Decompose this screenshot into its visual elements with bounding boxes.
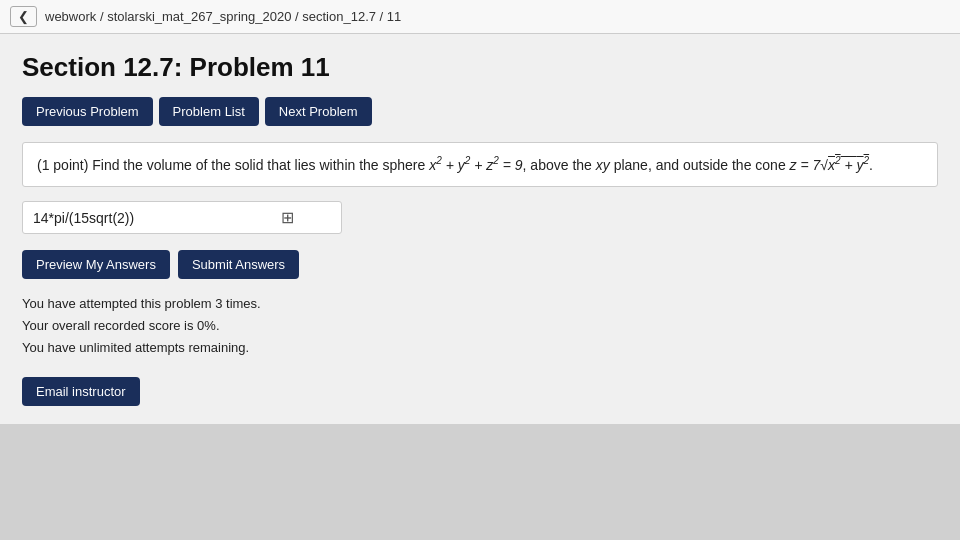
page-title: Section 12.7: Problem 11	[22, 52, 938, 83]
action-buttons: Preview My Answers Submit Answers	[22, 250, 938, 279]
status-line-3: You have unlimited attempts remaining.	[22, 337, 938, 359]
back-button[interactable]: ❮	[10, 6, 37, 27]
main-content: Section 12.7: Problem 11 Previous Proble…	[0, 34, 960, 424]
nav-buttons: Previous Problem Problem List Next Probl…	[22, 97, 938, 126]
answer-input[interactable]	[33, 210, 273, 226]
previous-problem-button[interactable]: Previous Problem	[22, 97, 153, 126]
status-line-2: Your overall recorded score is 0%.	[22, 315, 938, 337]
answer-row: ⊞	[22, 201, 342, 234]
status-line-1: You have attempted this problem 3 times.	[22, 293, 938, 315]
submit-answers-button[interactable]: Submit Answers	[178, 250, 299, 279]
problem-statement: (1 point) Find the volume of the solid t…	[22, 142, 938, 187]
next-problem-button[interactable]: Next Problem	[265, 97, 372, 126]
grid-icon[interactable]: ⊞	[281, 208, 294, 227]
breadcrumb: webwork / stolarski_mat_267_spring_2020 …	[45, 9, 401, 24]
top-bar: ❮ webwork / stolarski_mat_267_spring_202…	[0, 0, 960, 34]
problem-text: (1 point) Find the volume of the solid t…	[37, 157, 873, 173]
email-instructor-button[interactable]: Email instructor	[22, 377, 140, 406]
status-text: You have attempted this problem 3 times.…	[22, 293, 938, 359]
preview-answers-button[interactable]: Preview My Answers	[22, 250, 170, 279]
problem-list-button[interactable]: Problem List	[159, 97, 259, 126]
